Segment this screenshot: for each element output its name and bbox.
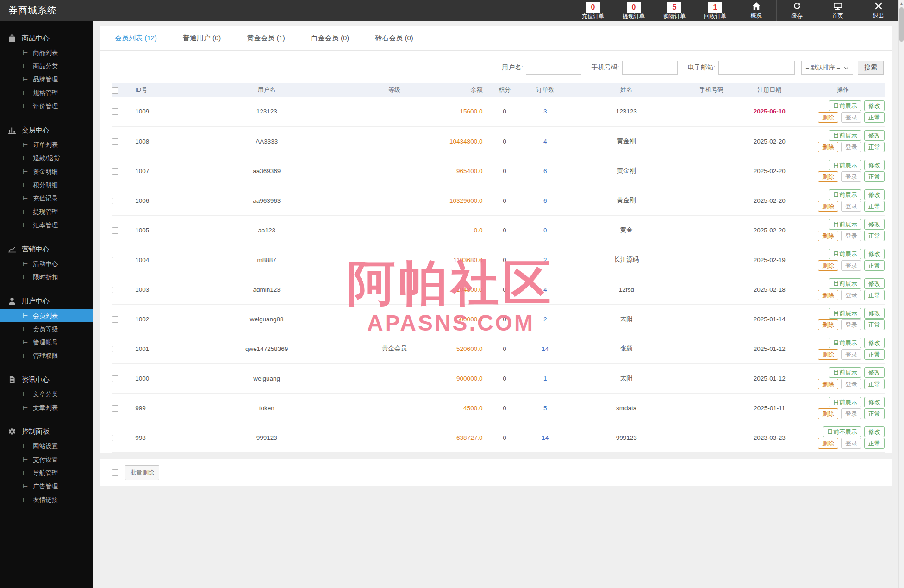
orders-count-link[interactable]: 5	[543, 405, 547, 412]
login-button[interactable]: 登录	[841, 142, 861, 152]
sidebar-item[interactable]: ⊢评价管理	[0, 100, 93, 113]
scroll-up-arrow-icon[interactable]: ▲	[899, 0, 904, 6]
order-badge-2[interactable]: 5购物订单	[654, 0, 695, 21]
sidebar-item[interactable]: ⊢订单列表	[0, 138, 93, 151]
row-checkbox[interactable]	[112, 405, 118, 412]
phone-input[interactable]	[622, 61, 678, 75]
delete-button[interactable]: 删除	[818, 319, 838, 330]
sidebar-item[interactable]: ⊢汇率管理	[0, 219, 93, 232]
row-checkbox[interactable]	[112, 257, 118, 263]
normal-button[interactable]: 正常	[864, 438, 885, 449]
row-checkbox[interactable]	[112, 108, 118, 115]
delete-button[interactable]: 删除	[818, 112, 838, 123]
sidebar-section-header[interactable]: 控制面板	[0, 424, 93, 439]
edit-button[interactable]: 修改	[864, 100, 885, 111]
row-checkbox[interactable]	[112, 227, 118, 234]
orders-count-link[interactable]: 6	[543, 197, 547, 204]
row-checkbox[interactable]	[112, 287, 118, 293]
normal-button[interactable]: 正常	[864, 319, 885, 330]
top-link-退出[interactable]: 退出	[858, 0, 898, 21]
normal-button[interactable]: 正常	[864, 112, 885, 123]
sidebar-section-header[interactable]: 用户中心	[0, 293, 93, 309]
delete-button[interactable]: 删除	[818, 171, 838, 182]
row-checkbox[interactable]	[112, 316, 118, 323]
sort-select[interactable]: = 默认排序 =	[801, 61, 853, 75]
sidebar-section-header[interactable]: 商品中心	[0, 30, 93, 46]
normal-button[interactable]: 正常	[864, 171, 885, 182]
search-button[interactable]: 搜索	[858, 61, 884, 75]
show-toggle-button[interactable]: 目前展示	[829, 100, 861, 111]
edit-button[interactable]: 修改	[864, 367, 885, 378]
sidebar-item[interactable]: ⊢导航管理	[0, 466, 93, 480]
login-button[interactable]: 登录	[841, 231, 861, 241]
sidebar-item[interactable]: ⊢规格管理	[0, 86, 93, 100]
sidebar-item[interactable]: ⊢会员等级	[0, 322, 93, 336]
orders-count-link[interactable]: 2	[543, 316, 547, 323]
delete-button[interactable]: 删除	[818, 201, 838, 212]
scrollbar-thumb[interactable]	[899, 7, 904, 42]
normal-button[interactable]: 正常	[864, 260, 885, 271]
sidebar-item[interactable]: ⊢会员列表	[0, 309, 93, 322]
sidebar-item[interactable]: ⊢友情链接	[0, 493, 93, 507]
tab[interactable]: 黄金会员 (1)	[244, 26, 288, 50]
sidebar-item[interactable]: ⊢文章列表	[0, 401, 93, 414]
delete-button[interactable]: 删除	[818, 231, 838, 241]
normal-button[interactable]: 正常	[864, 201, 885, 212]
sidebar-item[interactable]: ⊢提现管理	[0, 205, 93, 219]
login-button[interactable]: 登录	[841, 408, 861, 419]
login-button[interactable]: 登录	[841, 201, 861, 212]
tab[interactable]: 普通用户 (0)	[180, 26, 224, 50]
delete-button[interactable]: 删除	[818, 260, 838, 271]
delete-button[interactable]: 删除	[818, 379, 838, 389]
email-input[interactable]	[718, 61, 795, 75]
orders-count-link[interactable]: 2	[543, 256, 547, 263]
row-checkbox[interactable]	[112, 198, 118, 204]
orders-count-link[interactable]: 1	[543, 375, 547, 382]
row-checkbox[interactable]	[112, 346, 118, 352]
sidebar-item[interactable]: ⊢资金明细	[0, 165, 93, 178]
sidebar-item[interactable]: ⊢文章分类	[0, 388, 93, 401]
show-toggle-button[interactable]: 目前展示	[829, 278, 861, 289]
normal-button[interactable]: 正常	[864, 349, 885, 360]
top-link-缓存[interactable]: 缓存	[776, 0, 817, 21]
login-button[interactable]: 登录	[841, 319, 861, 330]
orders-count-link[interactable]: 4	[543, 138, 547, 145]
top-link-首页[interactable]: 首页	[817, 0, 858, 21]
normal-button[interactable]: 正常	[864, 408, 885, 419]
orders-count-link[interactable]: 14	[542, 434, 549, 441]
login-button[interactable]: 登录	[841, 349, 861, 360]
login-button[interactable]: 登录	[841, 290, 861, 300]
normal-button[interactable]: 正常	[864, 142, 885, 152]
sidebar-item[interactable]: ⊢充值记录	[0, 192, 93, 205]
order-badge-1[interactable]: 0提现订单	[613, 0, 654, 21]
tab[interactable]: 白金会员 (0)	[308, 26, 352, 50]
sidebar-item[interactable]: ⊢活动中心	[0, 257, 93, 270]
orders-count-link[interactable]: 4	[543, 286, 547, 293]
delete-button[interactable]: 删除	[818, 349, 838, 360]
sidebar-section-header[interactable]: 资讯中心	[0, 372, 93, 388]
show-toggle-button[interactable]: 目前展示	[829, 397, 861, 407]
sidebar-section-header[interactable]: 交易中心	[0, 122, 93, 138]
edit-button[interactable]: 修改	[864, 308, 885, 319]
show-toggle-button[interactable]: 目前不展示	[823, 426, 861, 437]
select-all-checkbox[interactable]	[112, 87, 118, 94]
order-badge-0[interactable]: 0充值订单	[573, 0, 613, 21]
delete-button[interactable]: 删除	[818, 142, 838, 152]
row-checkbox[interactable]	[112, 435, 118, 441]
sidebar-item[interactable]: ⊢商品列表	[0, 46, 93, 59]
orders-count-link[interactable]: 6	[543, 168, 547, 175]
show-toggle-button[interactable]: 目前展示	[829, 130, 861, 141]
sidebar-item[interactable]: ⊢管理帐号	[0, 336, 93, 349]
show-toggle-button[interactable]: 目前展示	[829, 189, 861, 200]
show-toggle-button[interactable]: 目前展示	[829, 219, 861, 230]
tab[interactable]: 砖石会员 (0)	[372, 26, 416, 50]
orders-count-link[interactable]: 0	[543, 227, 547, 234]
login-button[interactable]: 登录	[841, 438, 861, 449]
edit-button[interactable]: 修改	[864, 397, 885, 407]
login-button[interactable]: 登录	[841, 112, 861, 123]
sidebar-item[interactable]: ⊢退款/退货	[0, 151, 93, 165]
sidebar-item[interactable]: ⊢广告管理	[0, 480, 93, 493]
sidebar-item[interactable]: ⊢积分明细	[0, 178, 93, 192]
sidebar-item[interactable]: ⊢管理权限	[0, 349, 93, 363]
show-toggle-button[interactable]: 目前展示	[829, 249, 861, 259]
